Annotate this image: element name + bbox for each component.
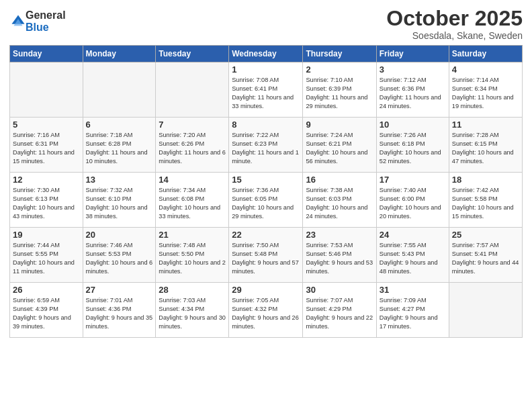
day-cell-5-6: 31Sunrise: 7:09 AM Sunset: 4:27 PM Dayli… xyxy=(376,283,449,338)
day-info: Sunrise: 7:36 AM Sunset: 6:05 PM Dayligh… xyxy=(232,186,300,221)
day-info: Sunrise: 7:26 AM Sunset: 6:18 PM Dayligh… xyxy=(380,131,446,166)
day-info: Sunrise: 7:16 AM Sunset: 6:31 PM Dayligh… xyxy=(13,131,80,166)
day-number: 19 xyxy=(13,230,80,240)
day-number: 13 xyxy=(86,175,153,185)
day-number: 15 xyxy=(232,175,300,185)
day-info: Sunrise: 7:30 AM Sunset: 6:13 PM Dayligh… xyxy=(13,186,80,221)
day-cell-1-4: 1Sunrise: 7:08 AM Sunset: 6:41 PM Daylig… xyxy=(229,62,303,118)
day-number: 4 xyxy=(452,64,519,75)
day-info: Sunrise: 7:48 AM Sunset: 5:50 PM Dayligh… xyxy=(159,241,226,276)
day-number: 18 xyxy=(452,175,519,185)
day-info: Sunrise: 7:10 AM Sunset: 6:39 PM Dayligh… xyxy=(306,76,373,111)
day-number: 6 xyxy=(86,120,153,130)
day-info: Sunrise: 7:53 AM Sunset: 5:46 PM Dayligh… xyxy=(306,241,373,276)
col-sunday: Sunday xyxy=(10,46,83,62)
col-thursday: Thursday xyxy=(303,46,376,62)
day-cell-5-4: 29Sunrise: 7:05 AM Sunset: 4:32 PM Dayli… xyxy=(229,283,303,338)
day-cell-4-4: 22Sunrise: 7:50 AM Sunset: 5:48 PM Dayli… xyxy=(229,228,303,283)
day-cell-5-5: 30Sunrise: 7:07 AM Sunset: 4:29 PM Dayli… xyxy=(303,283,376,338)
day-info: Sunrise: 7:28 AM Sunset: 6:15 PM Dayligh… xyxy=(452,131,519,166)
day-number: 31 xyxy=(380,285,446,295)
day-cell-2-5: 9Sunrise: 7:24 AM Sunset: 6:21 PM Daylig… xyxy=(303,118,376,173)
day-number: 21 xyxy=(159,230,226,240)
day-cell-4-1: 19Sunrise: 7:44 AM Sunset: 5:55 PM Dayli… xyxy=(10,228,83,283)
day-number: 11 xyxy=(452,120,519,130)
day-number: 2 xyxy=(306,64,373,75)
day-number: 10 xyxy=(380,120,446,130)
day-number: 23 xyxy=(306,230,373,240)
day-number: 1 xyxy=(232,64,300,75)
day-cell-1-5: 2Sunrise: 7:10 AM Sunset: 6:39 PM Daylig… xyxy=(303,62,376,118)
day-cell-2-2: 6Sunrise: 7:18 AM Sunset: 6:28 PM Daylig… xyxy=(83,118,156,173)
day-cell-4-2: 20Sunrise: 7:46 AM Sunset: 5:53 PM Dayli… xyxy=(83,228,156,283)
day-cell-5-3: 28Sunrise: 7:03 AM Sunset: 4:34 PM Dayli… xyxy=(156,283,229,338)
day-number: 28 xyxy=(159,285,226,295)
day-info: Sunrise: 7:50 AM Sunset: 5:48 PM Dayligh… xyxy=(232,241,300,276)
day-number: 12 xyxy=(13,175,80,185)
day-number: 16 xyxy=(306,175,373,185)
logo-blue: Blue xyxy=(26,21,66,34)
col-saturday: Saturday xyxy=(449,46,522,62)
calendar-table: Sunday Monday Tuesday Wednesday Thursday… xyxy=(9,45,523,338)
day-number: 20 xyxy=(86,230,153,240)
day-number: 25 xyxy=(452,230,519,240)
day-info: Sunrise: 7:38 AM Sunset: 6:03 PM Dayligh… xyxy=(306,186,373,221)
col-wednesday: Wednesday xyxy=(229,46,303,62)
week-row-1: 1Sunrise: 7:08 AM Sunset: 6:41 PM Daylig… xyxy=(10,62,523,118)
month-title: October 2025 xyxy=(386,7,523,30)
day-info: Sunrise: 7:18 AM Sunset: 6:28 PM Dayligh… xyxy=(86,131,153,166)
day-cell-2-6: 10Sunrise: 7:26 AM Sunset: 6:18 PM Dayli… xyxy=(376,118,449,173)
col-tuesday: Tuesday xyxy=(156,46,229,62)
day-info: Sunrise: 7:42 AM Sunset: 5:58 PM Dayligh… xyxy=(452,186,519,221)
day-cell-5-7 xyxy=(449,283,522,338)
day-cell-1-1 xyxy=(10,62,83,118)
day-cell-3-1: 12Sunrise: 7:30 AM Sunset: 6:13 PM Dayli… xyxy=(10,173,83,228)
day-cell-1-2 xyxy=(83,62,156,118)
week-row-3: 12Sunrise: 7:30 AM Sunset: 6:13 PM Dayli… xyxy=(10,173,523,228)
day-info: Sunrise: 7:07 AM Sunset: 4:29 PM Dayligh… xyxy=(306,296,373,331)
day-info: Sunrise: 6:59 AM Sunset: 4:39 PM Dayligh… xyxy=(13,296,80,331)
day-info: Sunrise: 7:32 AM Sunset: 6:10 PM Dayligh… xyxy=(86,186,153,221)
day-cell-2-1: 5Sunrise: 7:16 AM Sunset: 6:31 PM Daylig… xyxy=(10,118,83,173)
day-info: Sunrise: 7:20 AM Sunset: 6:26 PM Dayligh… xyxy=(159,131,226,166)
day-cell-1-7: 4Sunrise: 7:14 AM Sunset: 6:34 PM Daylig… xyxy=(449,62,522,118)
day-cell-3-5: 16Sunrise: 7:38 AM Sunset: 6:03 PM Dayli… xyxy=(303,173,376,228)
day-info: Sunrise: 7:46 AM Sunset: 5:53 PM Dayligh… xyxy=(86,241,153,276)
logo-text: General Blue xyxy=(26,9,66,33)
day-number: 8 xyxy=(232,120,300,130)
day-cell-4-5: 23Sunrise: 7:53 AM Sunset: 5:46 PM Dayli… xyxy=(303,228,376,283)
day-cell-3-7: 18Sunrise: 7:42 AM Sunset: 5:58 PM Dayli… xyxy=(449,173,522,228)
day-cell-4-7: 25Sunrise: 7:57 AM Sunset: 5:41 PM Dayli… xyxy=(449,228,522,283)
day-cell-4-6: 24Sunrise: 7:55 AM Sunset: 5:43 PM Dayli… xyxy=(376,228,449,283)
title-section: October 2025 Soesdala, Skane, Sweden xyxy=(386,7,523,41)
logo-general: General xyxy=(26,9,66,21)
day-info: Sunrise: 7:03 AM Sunset: 4:34 PM Dayligh… xyxy=(159,296,226,331)
day-number: 5 xyxy=(13,120,80,130)
day-cell-3-6: 17Sunrise: 7:40 AM Sunset: 6:00 PM Dayli… xyxy=(376,173,449,228)
week-row-4: 19Sunrise: 7:44 AM Sunset: 5:55 PM Dayli… xyxy=(10,228,523,283)
day-info: Sunrise: 7:05 AM Sunset: 4:32 PM Dayligh… xyxy=(232,296,300,331)
day-info: Sunrise: 7:14 AM Sunset: 6:34 PM Dayligh… xyxy=(452,76,519,111)
day-cell-3-2: 13Sunrise: 7:32 AM Sunset: 6:10 PM Dayli… xyxy=(83,173,156,228)
day-cell-2-4: 8Sunrise: 7:22 AM Sunset: 6:23 PM Daylig… xyxy=(229,118,303,173)
header: General Blue October 2025 Soesdala, Skan… xyxy=(9,7,523,41)
day-number: 14 xyxy=(159,175,226,185)
day-cell-1-3 xyxy=(156,62,229,118)
day-number: 27 xyxy=(86,285,153,295)
day-cell-5-1: 26Sunrise: 6:59 AM Sunset: 4:39 PM Dayli… xyxy=(10,283,83,338)
day-info: Sunrise: 7:22 AM Sunset: 6:23 PM Dayligh… xyxy=(232,131,300,166)
day-number: 3 xyxy=(380,64,446,75)
day-number: 24 xyxy=(380,230,446,240)
week-row-2: 5Sunrise: 7:16 AM Sunset: 6:31 PM Daylig… xyxy=(10,118,523,173)
day-info: Sunrise: 7:01 AM Sunset: 4:36 PM Dayligh… xyxy=(86,296,153,331)
day-number: 30 xyxy=(306,285,373,295)
day-info: Sunrise: 7:57 AM Sunset: 5:41 PM Dayligh… xyxy=(452,241,519,276)
day-info: Sunrise: 7:09 AM Sunset: 4:27 PM Dayligh… xyxy=(380,296,446,331)
day-info: Sunrise: 7:55 AM Sunset: 5:43 PM Dayligh… xyxy=(380,241,446,276)
page-container: General Blue October 2025 Soesdala, Skan… xyxy=(0,0,532,411)
day-info: Sunrise: 7:40 AM Sunset: 6:00 PM Dayligh… xyxy=(380,186,446,221)
location-subtitle: Soesdala, Skane, Sweden xyxy=(386,30,523,41)
day-cell-4-3: 21Sunrise: 7:48 AM Sunset: 5:50 PM Dayli… xyxy=(156,228,229,283)
col-monday: Monday xyxy=(83,46,156,62)
logo: General Blue xyxy=(9,9,66,33)
